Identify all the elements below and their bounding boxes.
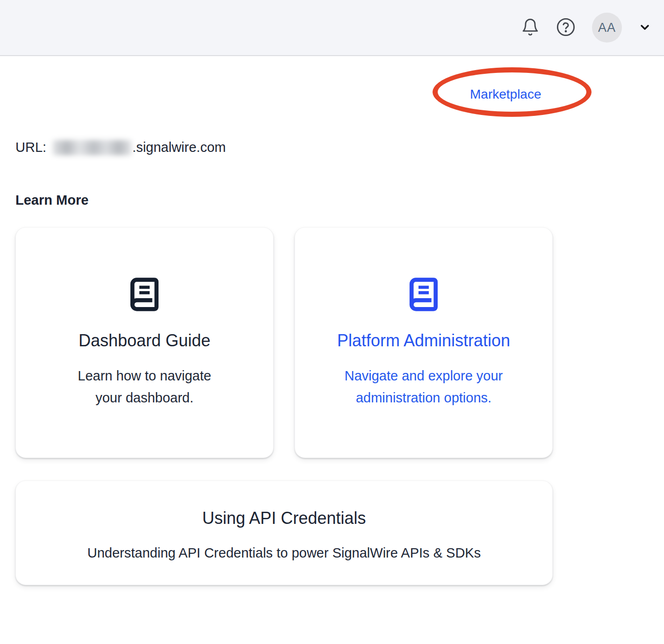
- card-description: Understanding API Credentials to power S…: [87, 542, 481, 564]
- book-icon: [126, 274, 163, 315]
- bell-icon: [521, 17, 540, 39]
- help-button[interactable]: [556, 17, 576, 39]
- book-icon: [405, 274, 442, 315]
- notifications-button[interactable]: [521, 17, 540, 39]
- url-domain-suffix: .signalwire.com: [132, 140, 226, 155]
- card-description: Navigate and explore your administration…: [330, 365, 517, 409]
- learn-more-heading: Learn More: [15, 193, 88, 208]
- top-header-bar: AA: [0, 0, 664, 56]
- chevron-down-icon: [638, 21, 652, 34]
- card-title: Using API Credentials: [202, 508, 366, 529]
- space-url: URL: .signalwire.com: [15, 140, 226, 155]
- avatar[interactable]: AA: [592, 13, 622, 43]
- url-label: URL:: [15, 140, 46, 155]
- page: AA Marketplace URL: .signalwire.com Lear…: [0, 0, 664, 644]
- header-actions: AA: [521, 0, 652, 55]
- help-icon: [556, 17, 576, 39]
- card-using-api-credentials[interactable]: Using API Credentials Understanding API …: [15, 480, 553, 585]
- card-dashboard-guide[interactable]: Dashboard Guide Learn how to navigate yo…: [15, 227, 274, 458]
- card-title: Dashboard Guide: [79, 330, 210, 351]
- card-title: Platform Administration: [337, 330, 510, 351]
- card-platform-administration[interactable]: Platform Administration Navigate and exp…: [295, 227, 553, 458]
- account-menu-button[interactable]: [638, 21, 652, 34]
- marketplace-link[interactable]: Marketplace: [470, 87, 541, 102]
- card-description: Learn how to navigate your dashboard.: [65, 365, 224, 409]
- url-redacted-subdomain: [53, 140, 131, 155]
